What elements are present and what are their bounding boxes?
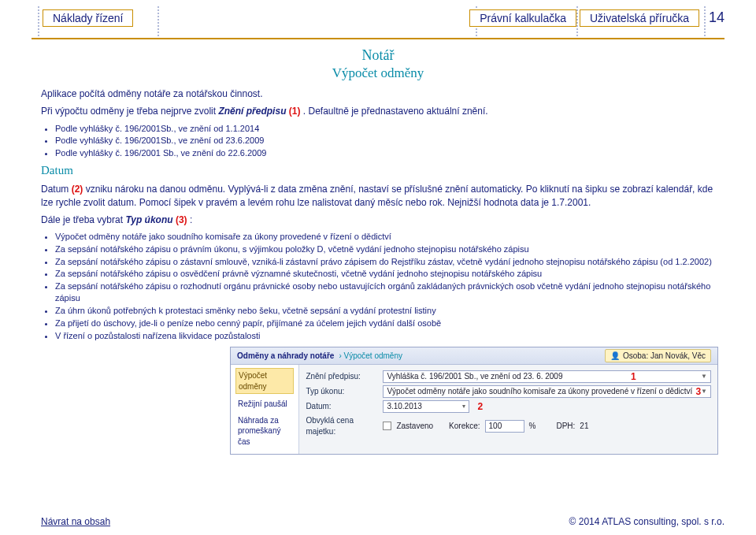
header-doc-type: Uživatelská příručka [580,9,699,27]
back-to-contents-link[interactable]: Návrat na obsah [41,516,110,527]
text: Při výpočtu odměny je třeba nejprve zvol… [41,106,218,117]
list-item: Za sepsání notářského zápisu o právním ú… [55,243,715,255]
checkbox-zastaveno[interactable] [383,422,391,430]
zneni-paragraph: Při výpočtu odměny je třeba nejprve zvol… [41,105,715,117]
korekce-value: 100 [489,421,502,432]
list-item: Za sepsání notářského zápisu o zástavní … [55,256,715,268]
person-badge[interactable]: 👤 Osoba: Jan Novák, Věc [605,349,711,363]
list-item: V řízení o pozůstalosti nařízena likvida… [55,330,715,342]
list-item: Podle vyhlášky č. 196/2001Sb., ve znění … [55,123,715,135]
app-titlebar: Odměny a náhrady notáře › Výpočet odměny… [231,347,717,366]
list-item: Za sepsání notářského zápisu o osvědčení… [55,268,715,280]
sidebar-item-vypocet[interactable]: Výpočet odměny [235,368,294,394]
page-title: Notář [41,46,715,65]
emphasis: Znění předpisu [218,106,288,117]
intro-paragraph: Aplikace počítá odměny notáře za notářsk… [41,87,715,100]
vyhlasky-list: Podle vyhlášky č. 196/2001Sb., ve znění … [55,123,715,160]
marker-1: 1 [631,370,636,383]
decor-dots [576,6,578,36]
marker-ref: (2) [72,184,83,195]
list-item: Výpočet odměny notáře jako soudního komi… [55,231,715,243]
input-korekce[interactable]: 100 [485,420,524,433]
label-dph: DPH: [556,421,575,432]
marker-3: 3 [695,385,701,398]
content: Notář Výpočet odměny Aplikace počítá odm… [41,46,715,455]
app-title: Odměny a náhrady notáře [237,351,334,362]
person-icon: 👤 [610,351,620,362]
label-obvykla: Obvyklá cena majetku: [306,415,378,437]
row-datum: Datum: 3.10.2013 ▾ 2 [306,400,711,413]
app-subtitle: › Výpočet odměny [339,351,402,362]
text: Datum [41,184,72,195]
marker-2: 2 [477,400,483,413]
label-datum: Datum: [306,401,378,412]
dph-value: 21 [580,421,588,432]
list-item: Za přijetí do úschovy, jde-li o peníze n… [55,318,715,329]
app-body: Výpočet odměny Režijní paušál Náhrada za… [231,365,717,454]
page-footer: Návrat na obsah © 2014 ATLAS consulting,… [41,516,724,527]
chevron-down-icon: ▼ [701,373,707,381]
sidebar-item-nahrada[interactable]: Náhrada za promeškaný čas [235,414,294,449]
date-value: 3.10.2013 [387,401,422,412]
select-typ[interactable]: Výpočet odměny notáře jako soudního komi… [383,385,711,398]
label-zneni: Znění předpisu: [306,371,378,382]
app-screenshot: Odměny a náhrady notáře › Výpočet odměny… [230,347,718,455]
row-obvykla: Obvyklá cena majetku: Zastaveno Korekce:… [306,415,711,437]
sidebar-item-rezijni[interactable]: Režijní paušál [235,397,294,411]
text: : [190,214,192,225]
page-header: Náklady řízení Právní kalkulačka Uživate… [32,6,724,35]
typukonu-lead: Dále je třeba vybrat Typ úkonu (3) : [41,214,715,226]
chevron-down-icon: ▾ [462,403,465,411]
datum-paragraph: Datum (2) vzniku nároku na danou odměnu.… [41,183,715,208]
decor-dots [704,6,706,36]
header-app-name: Právní kalkulačka [469,9,576,27]
app-form: Znění předpisu: Vyhláška č. 196/2001 Sb.… [299,365,717,454]
header-section-title: Náklady řízení [43,9,133,27]
datepicker-datum[interactable]: 3.10.2013 ▾ [383,400,469,413]
header-rule [32,38,724,39]
marker-ref: (3) [176,214,187,225]
label-typ: Typ úkonu: [306,386,378,397]
text: Dále je třeba vybrat [41,214,125,225]
chevron-down-icon: ▼ [701,388,707,396]
datum-heading: Datum [41,162,715,178]
select-zneni[interactable]: Vyhláška č. 196/2001 Sb., ve znění od 23… [383,370,711,383]
page-subtitle: Výpočet odměny [41,65,715,83]
label-korekce: Korekce: [449,421,480,432]
select-value: Vyhláška č. 196/2001 Sb., ve znění od 23… [387,371,562,382]
text: vzniku nároku na danou odměnu. Vyplývá-l… [41,184,713,207]
page-number: 14 [709,9,724,26]
list-item: Podle vyhlášky č. 196/2001Sb., ve znění … [55,135,715,147]
person-label: Osoba: Jan Novák, Věc [623,351,706,362]
decor-dots [38,6,39,36]
decor-dots [158,6,159,36]
label-pct: % [529,421,536,432]
select-value: Výpočet odměny notáře jako soudního komi… [387,386,692,397]
emphasis: Typ úkonu [125,214,176,225]
app-sidebar: Výpočet odměny Režijní paušál Náhrada za… [231,365,299,454]
text: . Defaultně je přednastaveno aktuální zn… [303,106,488,117]
list-item: Za sepsání notářského zápisu o rozhodnut… [55,281,715,304]
copyright: © 2014 ATLAS consulting, spol. s r.o. [569,516,724,527]
typukonu-list: Výpočet odměny notáře jako soudního komi… [55,231,715,342]
row-typ: Typ úkonu: Výpočet odměny notáře jako so… [306,385,711,398]
list-item: Podle vyhlášky č. 196/2001 Sb., ve znění… [55,147,715,159]
label-zastaveno: Zastaveno [396,421,433,432]
row-zneni: Znění předpisu: Vyhláška č. 196/2001 Sb.… [306,370,711,383]
list-item: Za úhrn úkonů potřebných k protestaci sm… [55,305,715,317]
marker-ref: (1) [289,106,301,117]
